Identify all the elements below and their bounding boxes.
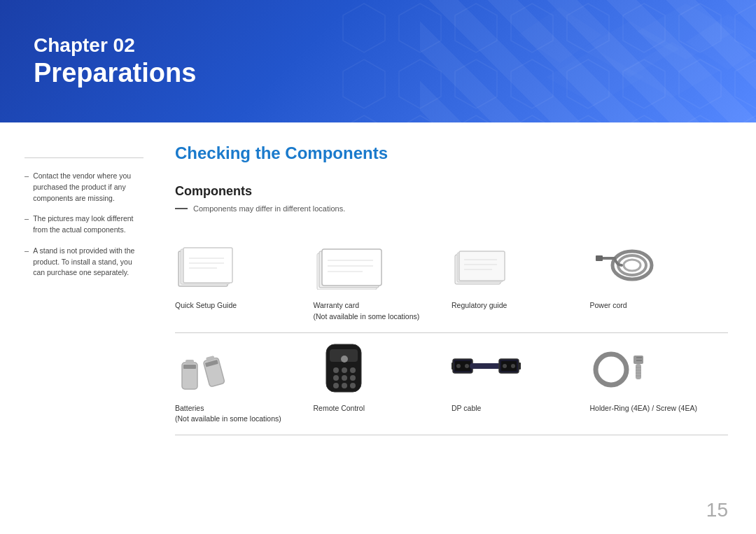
section-title: Checking the Components — [175, 143, 728, 163]
sidebar-divider — [24, 157, 144, 158]
svg-point-41 — [350, 367, 356, 373]
svg-point-42 — [333, 375, 339, 381]
holder-ring-label: Holder-Ring (4EA) / Screw (4EA) — [590, 403, 722, 414]
sidebar-text-2: The pictures may look different from the… — [33, 213, 144, 236]
note-text: Components may differ in different locat… — [193, 204, 345, 213]
svg-rect-30 — [596, 255, 603, 261]
sidebar: – Contact the vendor where you purchased… — [0, 143, 161, 534]
content-area: – Contact the vendor where you purchased… — [0, 122, 756, 534]
component-remote: Remote Control — [314, 333, 452, 436]
svg-point-28 — [624, 260, 640, 271]
remote-image — [314, 340, 445, 396]
component-power-cord: Power cord — [590, 230, 729, 333]
remote-label: Remote Control — [314, 403, 445, 414]
regulatory-label: Regulatory guide — [451, 300, 583, 311]
component-warranty: Warranty card (Not available in some loc… — [314, 230, 452, 333]
header-text-block: Chapter 02 Preparations — [34, 34, 196, 89]
power-cord-label: Power cord — [590, 300, 722, 311]
remote-icon — [314, 341, 377, 395]
svg-point-40 — [342, 367, 347, 373]
svg-rect-63 — [636, 364, 641, 379]
warranty-label: Warranty card (Not available in some loc… — [314, 300, 445, 323]
svg-rect-33 — [183, 365, 196, 369]
sidebar-item-2: – The pictures may look different from t… — [24, 213, 144, 236]
svg-rect-22 — [459, 251, 505, 281]
power-cord-image — [590, 237, 722, 293]
component-quick-setup: Quick Setup Guide — [175, 230, 314, 333]
page-number: 15 — [706, 499, 728, 521]
note-dash — [175, 208, 188, 209]
sidebar-dash-1: – — [24, 171, 29, 180]
batteries-icon — [175, 342, 245, 394]
holder-ring-image — [590, 340, 722, 396]
svg-point-43 — [342, 375, 347, 381]
svg-rect-32 — [186, 360, 194, 364]
sidebar-item-3: – A stand is not provided with the produ… — [24, 246, 144, 279]
quick-setup-label: Quick Setup Guide — [175, 300, 307, 311]
component-dp-cable: DP cable — [451, 333, 590, 436]
svg-rect-55 — [518, 363, 521, 370]
svg-point-58 — [503, 364, 507, 368]
svg-point-56 — [456, 364, 461, 368]
regulatory-icon — [451, 241, 507, 290]
svg-point-46 — [342, 383, 347, 388]
sidebar-text-1: Contact the vendor where you purchased t… — [33, 171, 144, 204]
sidebar-dash-3: – — [24, 246, 29, 255]
warranty-image — [314, 237, 445, 293]
batteries-label: Batteries (Not available in some locatio… — [175, 403, 307, 426]
svg-point-48 — [341, 356, 348, 363]
svg-point-47 — [350, 383, 356, 388]
quick-setup-image — [175, 237, 307, 293]
header-banner: Chapter 02 Preparations — [0, 0, 756, 122]
dp-cable-label: DP cable — [451, 403, 583, 414]
svg-point-45 — [333, 383, 339, 388]
svg-point-61 — [601, 360, 621, 379]
dp-cable-icon — [451, 342, 522, 394]
components-note: Components may differ in different locat… — [175, 204, 728, 213]
component-grid: Quick Setup Guide W — [175, 230, 728, 435]
dp-cable-image — [451, 340, 583, 396]
chapter-subtitle: Preparations — [34, 57, 196, 90]
svg-point-57 — [465, 364, 469, 368]
holder-ring-icon — [590, 342, 660, 394]
svg-rect-10 — [183, 248, 232, 283]
power-cord-icon — [590, 241, 660, 290]
component-batteries: Batteries (Not available in some locatio… — [175, 333, 314, 436]
sidebar-dash-2: – — [24, 214, 29, 223]
svg-point-59 — [511, 364, 515, 368]
hex-pattern-decoration — [336, 0, 756, 122]
component-regulatory: Regulatory guide — [451, 230, 590, 333]
svg-rect-16 — [322, 249, 382, 286]
batteries-image — [175, 340, 307, 396]
components-heading: Components — [175, 184, 728, 199]
sidebar-text-3: A stand is not provided with the product… — [33, 246, 144, 279]
main-content: Checking the Components Components Compo… — [161, 143, 756, 534]
regulatory-image — [451, 237, 583, 293]
sidebar-item-1: – Contact the vendor where you purchased… — [24, 171, 144, 204]
svg-point-39 — [333, 367, 339, 373]
warranty-icon — [314, 241, 384, 290]
svg-rect-62 — [634, 356, 643, 364]
chapter-label: Chapter 02 — [34, 34, 196, 57]
svg-point-44 — [350, 375, 356, 381]
quick-setup-icon — [175, 241, 238, 290]
svg-rect-51 — [451, 363, 454, 370]
component-holder-ring: Holder-Ring (4EA) / Screw (4EA) — [590, 333, 729, 436]
